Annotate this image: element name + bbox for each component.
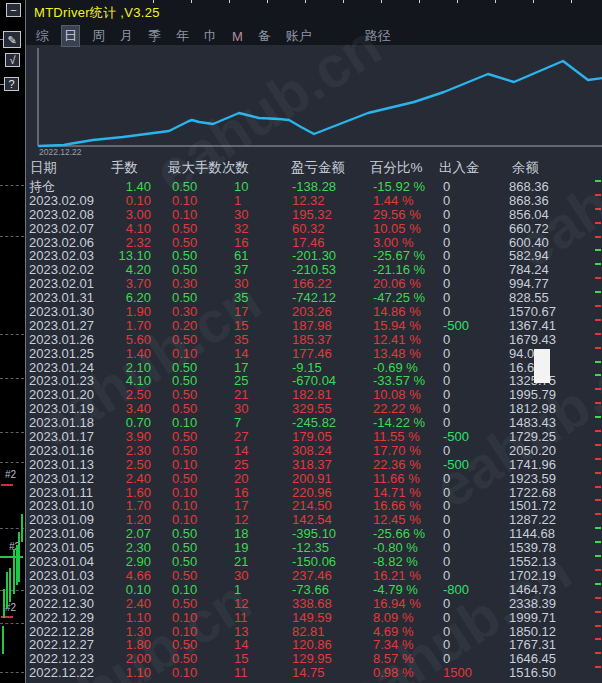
cell-date: 2023.01.05	[29, 541, 99, 555]
cell-percent: 22.22 %	[373, 402, 439, 416]
cell-percent: 1.44 %	[373, 194, 439, 208]
cell-balance: 1729.25	[509, 430, 583, 444]
menu-item-路径[interactable]: 路径	[363, 26, 393, 46]
cell-lots: 1.20	[99, 513, 151, 527]
cell-lots: 2.00	[99, 652, 151, 666]
cell-balance: 2338.39	[509, 597, 583, 611]
cell-percent: -0.80 %	[373, 541, 439, 555]
cell-date: 持仓	[29, 180, 99, 194]
menu-item-综[interactable]: 综	[34, 26, 51, 46]
cell-pnl: -742.12	[292, 291, 366, 305]
cell-balance: 868.36	[509, 180, 583, 194]
clipped-column-edge	[595, 194, 601, 196]
cell-percent: 20.06 %	[373, 277, 439, 291]
cell-date: 2023.02.08	[29, 208, 99, 222]
cell-percent: 12.45 %	[373, 513, 439, 527]
cell-inout: 0	[443, 180, 499, 194]
menu-item-日[interactable]: 日	[62, 26, 79, 46]
cell-pnl: -9.15	[292, 361, 366, 375]
menu-item-季[interactable]: 季	[146, 26, 163, 46]
cell-balance: 784.24	[509, 263, 583, 277]
cell-lots: 4.10	[99, 222, 151, 236]
cell-count: 35	[234, 333, 270, 347]
table-row: 2023.01.25 1.40 0.10 14 177.46 13.48 % 0…	[26, 347, 602, 361]
cell-percent: -33.57 %	[373, 374, 439, 388]
minimize-button[interactable]: −	[6, 3, 21, 17]
cell-balance: 1741.96	[509, 458, 583, 472]
menu-item-备[interactable]: 备	[256, 26, 273, 46]
menu-item-账户[interactable]: 账户	[284, 26, 314, 46]
table-row: 2022.12.30 2.40 0.50 12 338.68 16.94 % 0…	[26, 597, 602, 611]
cell-inout: 0	[443, 208, 499, 222]
cell-lots: 0.10	[99, 583, 151, 597]
clipped-column-edge	[595, 333, 601, 335]
table-row: 2023.01.17 3.90 0.50 27 179.05 11.55 % -…	[26, 430, 602, 444]
table-row: 2023.01.11 1.60 0.10 16 220.96 14.71 % 0…	[26, 486, 602, 500]
table-row: 2023.01.24 2.10 0.50 17 -9.15 -0.69 % 0 …	[26, 361, 602, 375]
cell-count: 37	[234, 263, 270, 277]
cell-lots: 0.10	[99, 194, 151, 208]
stop-level-dash	[1, 484, 13, 486]
cell-count: 32	[234, 222, 270, 236]
cell-percent: -25.67 %	[373, 249, 439, 263]
menu-item-月[interactable]: 月	[118, 26, 135, 46]
cell-maxlots: 0.10	[172, 583, 212, 597]
cell-pnl: 129.95	[292, 652, 366, 666]
edit-button[interactable]: ✎	[3, 31, 21, 48]
cell-maxlots: 0.50	[172, 291, 212, 305]
confirm-button[interactable]: √	[5, 53, 20, 67]
clipped-column-edge	[595, 402, 601, 404]
cell-lots: 1.30	[99, 625, 151, 639]
grid-dash	[0, 623, 24, 624]
cell-pnl: 14.75	[292, 666, 366, 680]
cell-date: 2023.01.18	[29, 416, 99, 430]
cell-lots: 2.10	[99, 361, 151, 375]
cell-balance: 1287.22	[509, 513, 583, 527]
cell-percent: 22.36 %	[373, 458, 439, 472]
cell-count: 15	[234, 319, 270, 333]
cell-inout: 0	[443, 374, 499, 388]
cell-lots: 3.70	[99, 277, 151, 291]
cell-percent: -21.16 %	[373, 263, 439, 277]
cell-percent: 17.70 %	[373, 444, 439, 458]
cell-maxlots: 0.50	[172, 444, 212, 458]
cell-maxlots: 0.50	[172, 597, 212, 611]
cell-balance: 1464.73	[509, 583, 583, 597]
cell-count: 16	[234, 486, 270, 500]
cell-balance: 1679.43	[509, 333, 583, 347]
candlestick	[6, 572, 8, 608]
cell-date: 2022.12.22	[29, 666, 99, 680]
grid-dash	[0, 672, 24, 673]
cell-maxlots: 0.50	[172, 374, 212, 388]
cell-pnl: 237.46	[292, 569, 366, 583]
cell-inout: 0	[443, 222, 499, 236]
cell-inout: 0	[443, 652, 499, 666]
cell-pnl: 166.22	[292, 277, 366, 291]
cell-percent: 7.34 %	[373, 638, 439, 652]
panel-title: MTDriver统计 ,V3.25	[34, 4, 160, 22]
cell-percent: -14.22 %	[373, 416, 439, 430]
table-row: 2023.01.30 1.90 0.30 17 203.26 14.86 % 0…	[26, 305, 602, 319]
clipped-column-edge	[595, 319, 601, 321]
cell-inout: -500	[443, 319, 499, 333]
grid-dash	[0, 185, 24, 186]
cell-pnl: -73.66	[292, 583, 366, 597]
cell-lots: 2.50	[99, 388, 151, 402]
cell-percent: -47.25 %	[373, 291, 439, 305]
help-button[interactable]: ?	[4, 77, 19, 91]
cell-count: 14	[234, 638, 270, 652]
cell-percent: 8.09 %	[373, 611, 439, 625]
cell-count: 13	[234, 625, 270, 639]
cell-maxlots: 0.50	[172, 430, 212, 444]
clipped-column-edge	[595, 472, 601, 474]
cell-date: 2023.01.17	[29, 430, 99, 444]
menu-item-周[interactable]: 周	[90, 26, 107, 46]
menu-item-巾[interactable]: 巾	[202, 26, 219, 46]
clipped-column-edge	[595, 263, 601, 265]
cell-date: 2023.02.02	[29, 263, 99, 277]
mtdriver-stats-window: #2 #2 #2 −✎√? MTDriver统计 ,V3.25 综日周月季年巾M…	[0, 0, 602, 683]
menu-item-年[interactable]: 年	[174, 26, 191, 46]
cell-inout: 0	[443, 388, 499, 402]
menu-item-M[interactable]: M	[230, 28, 245, 45]
cell-percent: 14.71 %	[373, 486, 439, 500]
